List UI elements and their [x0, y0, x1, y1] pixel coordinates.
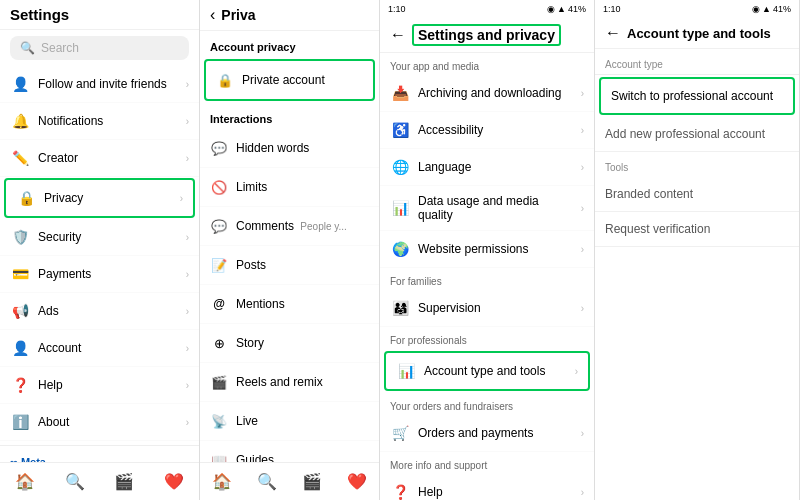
interactions-header: Interactions: [200, 103, 379, 129]
bottom-nav-2: 🏠 🔍 🎬 ❤️: [200, 462, 379, 500]
privacy-content: Account privacy 🔒 Private account Intera…: [200, 31, 379, 462]
signal-icon: ▲: [557, 4, 566, 14]
reels-item[interactable]: 🎬 Reels and remix: [200, 363, 379, 402]
chevron-icon: ›: [186, 343, 189, 354]
status-icons: ◉ ▲ 41%: [547, 4, 586, 14]
privacy-item[interactable]: 🔒 Privacy ›: [4, 178, 195, 218]
help-item[interactable]: ❓ Help ›: [0, 367, 199, 404]
account-item[interactable]: 👤 Account ›: [0, 330, 199, 367]
creator-icon: ✏️: [10, 148, 30, 168]
nav-reels[interactable]: 🎬: [290, 469, 335, 494]
ads-icon: 📢: [10, 301, 30, 321]
about-item[interactable]: ℹ️ About ›: [0, 404, 199, 441]
live-item[interactable]: 📡 Live: [200, 402, 379, 441]
guides-item[interactable]: 📖 Guides: [200, 441, 379, 462]
follow-icon: 👤: [10, 74, 30, 94]
tools-section-label: Tools: [595, 152, 799, 177]
creator-item[interactable]: ✏️ Creator ›: [0, 140, 199, 177]
live-icon: 📡: [210, 412, 228, 430]
chevron-icon: ›: [180, 193, 183, 204]
website-label: Website permissions: [418, 242, 573, 256]
archiving-item[interactable]: 📥 Archiving and downloading ›: [380, 75, 594, 112]
payments-item[interactable]: 💳 Payments ›: [0, 256, 199, 293]
supervision-item[interactable]: 👨‍👩‍👧 Supervision ›: [380, 290, 594, 327]
wifi-icon: ◉: [547, 4, 555, 14]
signal-icon-4: ▲: [762, 4, 771, 14]
mentions-item[interactable]: @ Mentions: [200, 285, 379, 324]
follow-invite-item[interactable]: 👤 Follow and invite friends ›: [0, 66, 199, 103]
nav-home[interactable]: 🏠: [0, 469, 50, 494]
posts-item[interactable]: 📝 Posts: [200, 246, 379, 285]
language-item[interactable]: 🌐 Language ›: [380, 149, 594, 186]
chevron-icon: ›: [186, 153, 189, 164]
live-label: Live: [236, 414, 369, 428]
search-bar[interactable]: 🔍 Search: [10, 36, 189, 60]
website-perm-item[interactable]: 🌍 Website permissions ›: [380, 231, 594, 268]
chevron-icon: ›: [581, 88, 584, 99]
request-verification-item[interactable]: Request verification: [595, 212, 799, 247]
chevron-icon: ›: [581, 162, 584, 173]
comments-item[interactable]: 💬 Comments People y...: [200, 207, 379, 246]
data-label: Data usage and media quality: [418, 194, 573, 222]
private-account-item[interactable]: 🔒 Private account: [204, 59, 375, 101]
nav-reels[interactable]: 🎬: [100, 469, 150, 494]
comments-sub: People y...: [300, 221, 347, 232]
guides-label: Guides: [236, 453, 369, 462]
account-type-section: Account type: [595, 49, 799, 75]
accessibility-label: Accessibility: [418, 123, 573, 137]
account-tools-item[interactable]: 📊 Account type and tools ›: [384, 351, 590, 391]
nav-home[interactable]: 🏠: [200, 469, 245, 494]
chevron-icon: ›: [186, 306, 189, 317]
switch-professional-item[interactable]: Switch to professional account: [599, 77, 795, 115]
chevron-icon: ›: [581, 428, 584, 439]
guides-icon: 📖: [210, 451, 228, 462]
reels-icon: 🎬: [210, 373, 228, 391]
hidden-words-label: Hidden words: [236, 141, 369, 155]
battery-icon-4: 41%: [773, 4, 791, 14]
back-button-sp[interactable]: ←: [390, 26, 406, 44]
back-button-at[interactable]: ←: [605, 24, 621, 42]
help-sp-item[interactable]: ❓ Help ›: [380, 474, 594, 500]
story-icon: ⊕: [210, 334, 228, 352]
nav-search[interactable]: 🔍: [50, 469, 100, 494]
chevron-icon: ›: [186, 417, 189, 428]
story-item[interactable]: ⊕ Story: [200, 324, 379, 363]
branded-content-item[interactable]: Branded content: [595, 177, 799, 212]
back-button[interactable]: ‹: [210, 6, 215, 24]
language-label: Language: [418, 160, 573, 174]
chevron-icon: ›: [581, 487, 584, 498]
notifications-item[interactable]: 🔔 Notifications ›: [0, 103, 199, 140]
add-professional-item[interactable]: Add new professional account: [595, 117, 799, 152]
status-bar-4: 1:10 ◉ ▲ 41%: [595, 0, 799, 18]
sp-content: Your app and media 📥 Archiving and downl…: [380, 53, 594, 500]
settings-list: 👤 Follow and invite friends › 🔔 Notifica…: [0, 66, 199, 462]
account-tools-label: Account type and tools: [424, 364, 567, 378]
limits-item[interactable]: 🚫 Limits: [200, 168, 379, 207]
nav-search[interactable]: 🔍: [245, 469, 290, 494]
security-item[interactable]: 🛡️ Security ›: [0, 219, 199, 256]
about-icon: ℹ️: [10, 412, 30, 432]
nav-likes[interactable]: ❤️: [149, 469, 199, 494]
supervision-label: Supervision: [418, 301, 573, 315]
comments-label: Comments People y...: [236, 219, 369, 233]
battery-icon: 41%: [568, 4, 586, 14]
orders-label: Orders and payments: [418, 426, 573, 440]
data-usage-item[interactable]: 📊 Data usage and media quality ›: [380, 186, 594, 231]
hidden-words-item[interactable]: 💬 Hidden words: [200, 129, 379, 168]
support-header: More info and support: [380, 452, 594, 474]
help-sp-icon: ❓: [390, 482, 410, 500]
account-icon: 👤: [10, 338, 30, 358]
mentions-label: Mentions: [236, 297, 369, 311]
reels-label: Reels and remix: [236, 375, 369, 389]
accessibility-item[interactable]: ♿ Accessibility ›: [380, 112, 594, 149]
chevron-icon: ›: [186, 116, 189, 127]
ads-item[interactable]: 📢 Ads ›: [0, 293, 199, 330]
help-icon: ❓: [10, 375, 30, 395]
limits-icon: 🚫: [210, 178, 228, 196]
account-tools-icon: 📊: [396, 361, 416, 381]
privacy-title: Priva: [221, 7, 255, 23]
notifications-icon: 🔔: [10, 111, 30, 131]
nav-likes[interactable]: ❤️: [334, 469, 379, 494]
orders-item[interactable]: 🛒 Orders and payments ›: [380, 415, 594, 452]
status-bar-3: 1:10 ◉ ▲ 41%: [380, 0, 594, 18]
